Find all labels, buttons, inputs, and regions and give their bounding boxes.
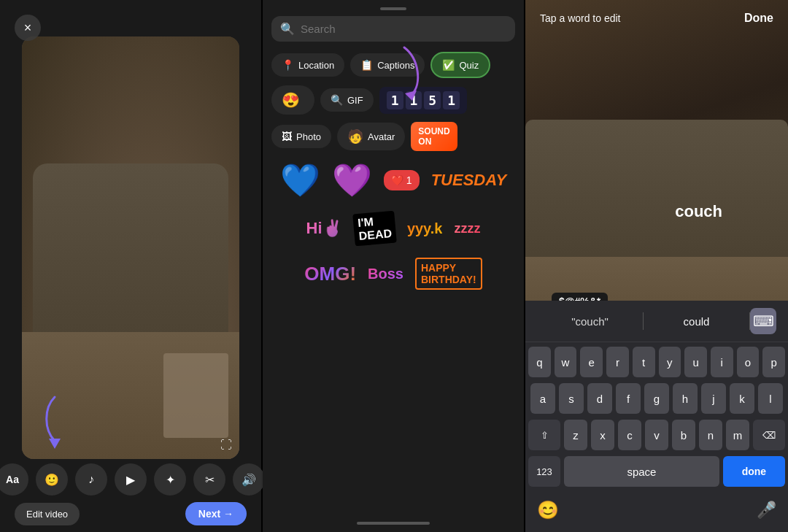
key-i[interactable]: i — [711, 347, 733, 377]
key-x[interactable]: x — [591, 420, 614, 450]
expand-icon: ⛶ — [220, 439, 232, 452]
key-n[interactable]: n — [699, 420, 722, 450]
key-g[interactable]: g — [644, 383, 669, 414]
key-h[interactable]: h — [673, 383, 698, 414]
key-q[interactable]: q — [528, 347, 551, 377]
search-icon: 🔍 — [280, 22, 295, 36]
key-t[interactable]: t — [633, 347, 655, 377]
editor-header: Tap a word to edit Done — [525, 0, 788, 36]
key-z[interactable]: z — [564, 420, 587, 450]
emoji-icon: 😍 — [282, 91, 300, 109]
autocomplete-quoted[interactable]: "couch" — [537, 315, 643, 328]
done-key[interactable]: done — [723, 456, 785, 487]
key-row-2: a s d f g h j k l — [528, 383, 785, 414]
key-d[interactable]: d — [587, 383, 612, 414]
drag-handle — [380, 7, 406, 10]
key-u[interactable]: u — [684, 347, 707, 377]
key-a[interactable]: a — [530, 383, 555, 414]
video-button[interactable]: ▶ — [115, 463, 147, 496]
word-couch[interactable]: couch — [675, 202, 722, 221]
bottom-bar — [357, 522, 430, 525]
keyboard-icon[interactable]: ⌨ — [750, 308, 776, 334]
omg-sticker[interactable]: OMG! — [304, 263, 356, 285]
key-p[interactable]: p — [762, 347, 785, 377]
autocomplete-bar: "couch" could ⌨ — [525, 301, 788, 342]
key-c[interactable]: c — [618, 420, 641, 450]
like-count: 1 — [406, 174, 412, 186]
hiq-sticker[interactable]: Hi✌ — [306, 219, 342, 238]
autocomplete-could[interactable]: could — [644, 315, 749, 328]
like-sticker[interactable]: ❤️ 1 — [384, 170, 420, 190]
done-button[interactable]: Done — [744, 12, 773, 25]
key-j[interactable]: j — [701, 383, 726, 414]
location-icon: 📍 — [282, 59, 294, 71]
sticker-row-hearts: 💙 💜 ❤️ 1 TUESDAY — [271, 158, 515, 202]
photo-chip[interactable]: 🖼 Photo — [271, 125, 331, 148]
keyboard-area: "couch" could ⌨ q w e r t y u i o p a — [525, 301, 788, 532]
text-button[interactable]: Aa — [0, 463, 28, 496]
digit-3: 5 — [424, 91, 441, 109]
avatar-chip[interactable]: 🧑 Avatar — [337, 123, 405, 150]
blue-heart-sticker[interactable]: 💙 — [280, 161, 320, 199]
backspace-key[interactable]: ⌫ — [753, 420, 785, 450]
panel-sticker-picker: 🔍 📍 Location 📋 Captions ✅ Quiz — [263, 0, 525, 532]
sticker-button[interactable]: 🙂 — [36, 463, 68, 496]
edit-video-button[interactable]: Edit video — [15, 503, 80, 525]
key-o[interactable]: o — [737, 347, 760, 377]
sticker-grid: 📍 Location 📋 Captions ✅ Quiz 😍 🔍 GIF — [263, 52, 524, 514]
happy-birthday-sticker[interactable]: HAPPYBIRTHDAY! — [415, 258, 482, 290]
yyk-sticker[interactable]: yyy.k — [407, 220, 443, 237]
key-r[interactable]: r — [606, 347, 629, 377]
key-row-4: 123 space done — [528, 456, 785, 487]
next-button[interactable]: Next → — [185, 502, 247, 525]
purple-heart-sticker[interactable]: 💜 — [332, 161, 372, 199]
tap-hint: Tap a word to edit — [540, 12, 621, 24]
imdead-sticker[interactable]: I'MDEAD — [352, 211, 397, 247]
search-bar[interactable]: 🔍 — [271, 16, 515, 42]
photo-icon: 🖼 — [282, 131, 292, 142]
close-button[interactable]: × — [15, 15, 41, 41]
space-key[interactable]: space — [564, 456, 719, 487]
search-input[interactable] — [301, 23, 506, 35]
key-m[interactable]: m — [726, 420, 749, 450]
music-button[interactable]: ♪ — [75, 463, 107, 496]
editor-background — [525, 0, 788, 342]
trim-button[interactable]: ✂ — [193, 463, 225, 496]
key-k[interactable]: k — [730, 383, 754, 414]
sound-on-sticker[interactable]: SOUNDON — [411, 122, 457, 151]
panel-video-editor: × ⛶ Aa 🙂 ♪ ▶ ✦ ✂ 🔊 Edit video Next → — [0, 0, 263, 532]
key-e[interactable]: e — [580, 347, 603, 377]
digit-4: 1 — [443, 91, 460, 109]
keyboard-bottom: 😊 🎤 — [525, 494, 788, 532]
photo-label: Photo — [296, 131, 321, 142]
boss-sticker[interactable]: Boss — [368, 266, 403, 282]
audio-button[interactable]: 🔊 — [233, 463, 265, 496]
quiz-label: Quiz — [459, 60, 479, 71]
key-w[interactable]: w — [555, 347, 577, 377]
key-s[interactable]: s — [559, 383, 584, 414]
key-v[interactable]: v — [645, 420, 668, 450]
quiz-chip[interactable]: ✅ Quiz — [430, 52, 490, 78]
gif-chip[interactable]: 🔍 GIF — [320, 88, 374, 112]
key-f[interactable]: f — [616, 383, 641, 414]
zzz-sticker[interactable]: zzzz — [454, 221, 480, 236]
toolbar: Aa 🙂 ♪ ▶ ✦ ✂ 🔊 — [0, 463, 261, 496]
key-b[interactable]: b — [672, 420, 695, 450]
location-chip[interactable]: 📍 Location — [271, 53, 344, 77]
quiz-icon: ✅ — [442, 59, 455, 71]
quiz-arrow — [386, 44, 422, 105]
numbers-key[interactable]: 123 — [528, 456, 560, 487]
panel-text-editor: Tap a word to edit Done couch $@#%&* "co… — [525, 0, 788, 532]
key-l[interactable]: l — [758, 383, 783, 414]
key-y[interactable]: y — [659, 347, 681, 377]
emoji-chip[interactable]: 😍 — [271, 85, 314, 115]
captions-icon: 📋 — [360, 59, 373, 71]
bottom-bar: Edit video Next → — [0, 496, 261, 532]
shift-key[interactable]: ⇧ — [528, 420, 560, 450]
tuesday-sticker[interactable]: TUESDAY — [431, 171, 507, 190]
microphone-button[interactable]: 🎤 — [757, 501, 776, 520]
emoji-button[interactable]: 😊 — [537, 500, 559, 520]
gif-search-icon: 🔍 — [331, 94, 343, 106]
svg-marker-1 — [405, 90, 417, 101]
effects-button[interactable]: ✦ — [154, 463, 186, 496]
